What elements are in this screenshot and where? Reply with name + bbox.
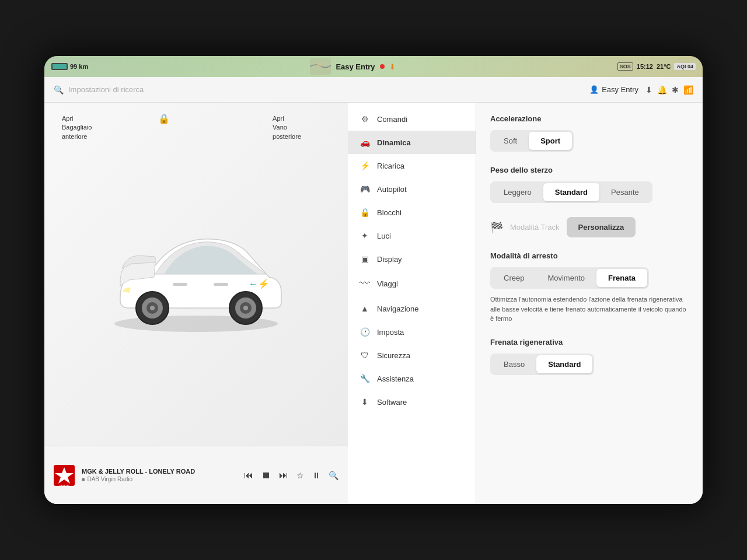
menu-item-display[interactable]: ▣ Display bbox=[348, 247, 476, 271]
menu-item-dinamica[interactable]: 🚗 Dinamica bbox=[348, 131, 476, 154]
pesante-button[interactable]: Pesante bbox=[599, 183, 651, 201]
arresto-section: Modalità di arresto Creep Movimento Fren… bbox=[490, 251, 689, 324]
front-trunk-label: Apri Bagagliaio anteriore bbox=[62, 114, 92, 141]
settings-panel: Accelerazione Soft Sport Peso dello ster… bbox=[476, 103, 703, 504]
next-track-button[interactable]: ⏭ bbox=[279, 470, 288, 481]
music-player: VIRGIN MGK & JELLY ROLL - LONELY ROAD ■ … bbox=[44, 446, 348, 504]
svg-rect-11 bbox=[173, 283, 187, 286]
dinamica-icon: 🚗 bbox=[359, 138, 370, 147]
svg-text:←: ← bbox=[249, 279, 258, 289]
sicurezza-label: Sicurezza bbox=[377, 351, 410, 360]
profile-name: Easy Entry bbox=[602, 85, 638, 94]
search-bar: 🔍 Impostazioni di ricerca 👤 Easy Entry ⬇… bbox=[44, 77, 703, 103]
track-mode-label: Modalità Track bbox=[510, 223, 560, 232]
download-icon: ⬇ bbox=[389, 62, 396, 71]
sos-badge: SOS bbox=[617, 62, 633, 71]
basso-button[interactable]: Basso bbox=[492, 355, 536, 373]
favorite-button[interactable]: ☆ bbox=[296, 471, 304, 480]
music-subtitle: ■ DAB Virgin Radio bbox=[82, 476, 237, 482]
profile-button[interactable]: 👤 Easy Entry bbox=[589, 85, 638, 94]
stop-button[interactable]: ⏹ bbox=[261, 470, 271, 481]
search-right: 👤 Easy Entry ⬇ 🔔 ✱ 📶 bbox=[589, 85, 693, 94]
left-panel: Apri Bagagliaio anteriore 🔒 Apri Vano po… bbox=[44, 103, 348, 504]
menu-item-navigazione[interactable]: ▲ Navigazione bbox=[348, 297, 476, 320]
menu-item-sicurezza[interactable]: 🛡 Sicurezza bbox=[348, 344, 476, 367]
ricarica-icon: ⚡ bbox=[359, 161, 370, 170]
battery-text: 99 km bbox=[70, 63, 88, 70]
battery-indicator: 99 km bbox=[51, 63, 88, 70]
radio-logo: VIRGIN bbox=[54, 465, 75, 486]
frenata-button-group: Basso Standard bbox=[490, 354, 594, 375]
lock-icon: 🔒 bbox=[158, 113, 170, 124]
standard-sterzo-button[interactable]: Standard bbox=[543, 183, 599, 201]
accelerazione-title: Accelerazione bbox=[490, 114, 689, 123]
sterzo-section: Peso dello sterzo Leggero Standard Pesan… bbox=[490, 166, 689, 203]
accelerazione-button-group: Soft Sport bbox=[490, 130, 574, 152]
search-icon: 🔍 bbox=[54, 85, 64, 94]
assistenza-icon: 🔧 bbox=[359, 374, 370, 383]
dinamica-label: Dinamica bbox=[377, 138, 411, 147]
tesla-screen: 99 km Easy Entry ⬇ SOS 15:12 21°C AQI 04 bbox=[41, 52, 706, 508]
menu-item-software[interactable]: ⬇ Software bbox=[348, 390, 476, 414]
recording-dot bbox=[380, 64, 385, 69]
navigazione-icon: ▲ bbox=[359, 304, 370, 313]
svg-text:⚡: ⚡ bbox=[258, 278, 270, 289]
movimento-button[interactable]: Movimento bbox=[536, 269, 596, 287]
menu-item-ricarica[interactable]: ⚡ Ricarica bbox=[348, 154, 476, 177]
menu-item-luci[interactable]: ✦ Luci bbox=[348, 224, 476, 247]
frenata-button[interactable]: Frenata bbox=[596, 269, 647, 287]
track-mode-section: 🏁 Modalità Track Personalizza bbox=[490, 217, 689, 237]
body-layout: Apri Bagagliaio anteriore 🔒 Apri Vano po… bbox=[44, 103, 703, 504]
frenata-section: Frenata rigenerativa Basso Standard bbox=[490, 338, 689, 375]
software-label: Software bbox=[377, 398, 407, 407]
equalizer-button[interactable]: ⏸ bbox=[312, 471, 320, 480]
prev-track-button[interactable]: ⏮ bbox=[244, 470, 253, 481]
frenata-title: Frenata rigenerativa bbox=[490, 338, 689, 346]
luci-icon: ✦ bbox=[359, 231, 370, 240]
creep-button[interactable]: Creep bbox=[492, 269, 536, 287]
car-view-area: Apri Bagagliaio anteriore 🔒 Apri Vano po… bbox=[44, 103, 348, 446]
blocchi-label: Blocchi bbox=[377, 208, 402, 217]
arresto-description: Ottimizza l'autonomia estendendo l'azion… bbox=[490, 295, 689, 324]
sicurezza-icon: 🛡 bbox=[359, 351, 370, 360]
sport-button[interactable]: Sport bbox=[529, 132, 572, 150]
menu-item-autopilot[interactable]: 🎮 Autopilot bbox=[348, 177, 476, 201]
status-bar: 99 km Easy Entry ⬇ SOS 15:12 21°C AQI 04 bbox=[44, 56, 703, 77]
luci-label: Luci bbox=[377, 232, 391, 240]
menu-item-viaggi[interactable]: 〰 Viaggi bbox=[348, 271, 476, 297]
signal-icon: 📶 bbox=[683, 85, 693, 94]
autopilot-label: Autopilot bbox=[377, 185, 407, 194]
search-music-button[interactable]: 🔍 bbox=[329, 471, 338, 480]
status-icons: ⬇ 🔔 ✱ 📶 bbox=[645, 85, 693, 94]
navigazione-label: Navigazione bbox=[377, 304, 419, 313]
leggero-button[interactable]: Leggero bbox=[492, 183, 543, 201]
map-thumbnail bbox=[310, 58, 331, 75]
assistenza-label: Assistenza bbox=[377, 374, 414, 383]
battery-bar bbox=[51, 63, 68, 70]
temp-display: 21°C bbox=[657, 63, 671, 70]
music-info: MGK & JELLY ROLL - LONELY ROAD ■ DAB Vir… bbox=[82, 468, 237, 482]
notification-icon: 🔔 bbox=[657, 85, 667, 94]
arresto-title: Modalità di arresto bbox=[490, 251, 689, 260]
menu-item-comandi[interactable]: ⚙ Comandi bbox=[348, 107, 476, 131]
track-mode-row: 🏁 Modalità Track Personalizza bbox=[490, 217, 689, 237]
menu-item-assistenza[interactable]: 🔧 Assistenza bbox=[348, 367, 476, 390]
music-controls: ⏮ ⏹ ⏭ ☆ ⏸ 🔍 bbox=[244, 470, 338, 481]
arresto-button-group: Creep Movimento Frenata bbox=[490, 267, 649, 289]
search-input[interactable]: Impostazioni di ricerca bbox=[68, 85, 585, 94]
blocchi-icon: 🔒 bbox=[359, 208, 370, 217]
personalizza-button[interactable]: Personalizza bbox=[567, 217, 636, 237]
menu-item-imposta[interactable]: 🕐 Imposta bbox=[348, 320, 476, 344]
menu-item-blocchi[interactable]: 🔒 Blocchi bbox=[348, 201, 476, 224]
svg-point-10 bbox=[243, 306, 248, 310]
svg-text:VIRGIN: VIRGIN bbox=[59, 484, 69, 486]
main-content: 🔍 Impostazioni di ricerca 👤 Easy Entry ⬇… bbox=[44, 77, 703, 504]
car-illustration: ← ⚡ bbox=[97, 210, 295, 338]
bluetooth-icon: ✱ bbox=[672, 85, 679, 94]
time-display: 15:12 bbox=[637, 63, 653, 70]
profile-icon: 👤 bbox=[589, 85, 599, 94]
standard-frenata-button[interactable]: Standard bbox=[536, 355, 592, 373]
comandi-label: Comandi bbox=[377, 115, 407, 124]
comandi-icon: ⚙ bbox=[359, 114, 370, 124]
soft-button[interactable]: Soft bbox=[492, 132, 529, 150]
